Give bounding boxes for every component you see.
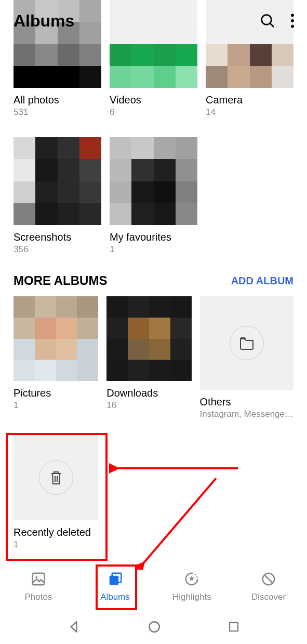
nav-label: Photos — [24, 592, 52, 602]
svg-rect-9 — [33, 573, 45, 585]
album-screenshots[interactable]: Screenshots 356 — [14, 137, 101, 255]
bottom-nav: Photos Albums Highlights Discover — [0, 564, 307, 610]
album-others[interactable]: Others Instagram, Messenge… — [200, 296, 293, 419]
album-title: Others — [200, 396, 293, 408]
home-icon[interactable] — [148, 620, 161, 634]
nav-discover[interactable]: Discover — [230, 564, 307, 610]
album-thumb — [106, 296, 191, 381]
album-favourites[interactable]: My favourites 1 — [110, 137, 197, 255]
album-count: 1 — [110, 244, 197, 255]
album-thumb — [200, 296, 293, 390]
more-icon[interactable] — [290, 12, 295, 29]
more-albums-grid: Pictures 1 Downloads 16 — [14, 296, 293, 550]
trash-icon — [39, 461, 73, 495]
album-downloads[interactable]: Downloads 16 — [106, 296, 191, 419]
nav-label: Albums — [100, 592, 130, 602]
album-title: Videos — [110, 94, 197, 106]
back-icon[interactable] — [67, 620, 81, 634]
highlights-icon — [184, 571, 199, 589]
album-title: Screenshots — [14, 231, 101, 243]
svg-line-1 — [270, 23, 274, 27]
album-title: Recently deleted — [14, 527, 98, 538]
album-thumb — [14, 435, 98, 520]
svg-point-4 — [291, 25, 294, 28]
photos-icon — [31, 571, 46, 589]
svg-line-14 — [265, 575, 273, 583]
album-recently-deleted[interactable]: Recently deleted 1 — [14, 435, 98, 549]
album-thumb — [14, 137, 101, 225]
albums-icon — [108, 571, 123, 589]
content: All photos 531 Videos 6 — [0, 0, 307, 612]
svg-point-3 — [291, 19, 294, 22]
nav-label: Discover — [251, 592, 286, 602]
recent-apps-icon[interactable] — [228, 621, 240, 633]
album-title: Pictures — [14, 387, 98, 399]
svg-rect-16 — [230, 623, 238, 631]
svg-point-15 — [149, 622, 159, 632]
add-album-button[interactable]: ADD ALBUM — [231, 275, 293, 287]
nav-photos[interactable]: Photos — [0, 564, 77, 610]
album-title: All photos — [14, 94, 101, 106]
album-title: Downloads — [106, 387, 191, 399]
more-albums-title: MORE ALBUMS — [14, 273, 107, 288]
album-count: 6 — [110, 107, 197, 117]
page-title: Albums — [14, 11, 74, 31]
discover-icon — [261, 571, 276, 589]
search-icon[interactable] — [259, 12, 276, 29]
album-title: Camera — [206, 94, 293, 106]
header-actions — [259, 12, 295, 29]
svg-point-0 — [262, 15, 272, 25]
more-albums-header: MORE ALBUMS ADD ALBUM — [14, 273, 293, 288]
album-thumb — [14, 296, 98, 381]
album-count: 16 — [106, 400, 191, 411]
album-pictures[interactable]: Pictures 1 — [14, 296, 98, 419]
album-count: 14 — [206, 107, 293, 117]
album-thumb — [110, 137, 197, 225]
system-nav-bar — [0, 610, 307, 644]
nav-highlights[interactable]: Highlights — [154, 564, 231, 610]
album-title: My favourites — [110, 231, 197, 243]
album-subtitle: Instagram, Messenge… — [200, 409, 293, 419]
album-count: 356 — [14, 244, 101, 255]
nav-label: Highlights — [172, 592, 211, 602]
svg-point-2 — [291, 14, 294, 17]
album-count: 531 — [14, 107, 101, 117]
svg-point-10 — [35, 576, 37, 578]
folder-icon — [230, 326, 264, 360]
app-header: Albums — [0, 0, 307, 42]
svg-rect-12 — [109, 576, 118, 585]
nav-albums[interactable]: Albums — [77, 564, 154, 610]
album-count: 1 — [14, 400, 98, 411]
album-count: 1 — [14, 540, 98, 550]
